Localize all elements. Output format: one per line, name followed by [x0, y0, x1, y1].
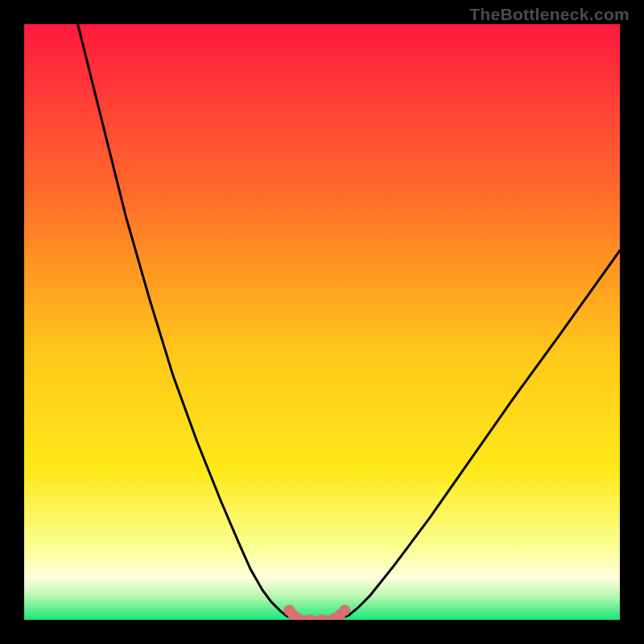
watermark-label: TheBottleneck.com	[469, 5, 630, 24]
chart-frame: TheBottleneck.com	[0, 0, 644, 644]
gradient-background	[24, 24, 620, 620]
chart-svg	[24, 24, 620, 620]
valley-marker-dot	[339, 605, 350, 616]
plot-area	[24, 24, 620, 620]
